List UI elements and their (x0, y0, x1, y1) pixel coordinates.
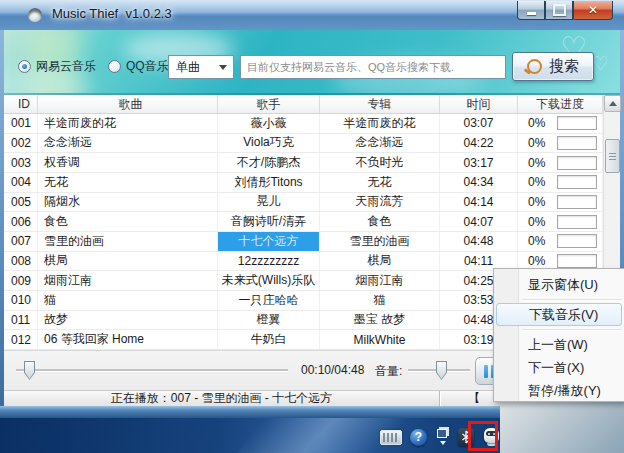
cell-time: 04:14 (440, 193, 518, 212)
cell-album: 半途而废的花 (320, 114, 440, 133)
help-icon[interactable]: ? (410, 429, 427, 446)
context-menu-item[interactable]: 下载音乐(V) (496, 303, 622, 326)
table-header-row: ID 歌曲 歌手 专辑 时间 下载进度 (4, 95, 603, 114)
cell-song: 权香调 (38, 153, 218, 172)
progress-percent: 0% (528, 175, 545, 189)
cell-song: 06 等我回家 Home (38, 330, 218, 349)
cell-progress: 0% (518, 232, 603, 251)
col-header-time[interactable]: 时间 (440, 95, 518, 113)
cell-song: 念念渐远 (38, 134, 218, 153)
context-menu-item[interactable]: 显示窗体(U) (496, 273, 622, 296)
cell-song: 食色 (38, 212, 218, 231)
progress-percent: 0% (528, 116, 545, 130)
heart-decor: ♡ (592, 52, 609, 75)
col-header-artist[interactable]: 歌手 (218, 95, 320, 113)
menu-item-label: 显示窗体(U) (528, 276, 598, 294)
progress-bar (557, 234, 597, 248)
seek-slider-thumb[interactable] (24, 361, 35, 380)
context-menu-item[interactable]: 下一首(X) (496, 356, 622, 379)
cell-album: 食色 (320, 212, 440, 231)
cell-id: 003 (4, 153, 38, 172)
col-header-id[interactable]: ID (4, 95, 38, 113)
progress-percent: 0% (528, 254, 545, 268)
radio-netease-music[interactable]: 网易云音乐 (18, 58, 96, 75)
close-icon: ✕ (588, 3, 598, 17)
cell-song: 猫 (38, 291, 218, 310)
cell-album: 天雨流芳 (320, 193, 440, 212)
volume-slider-thumb[interactable] (436, 361, 447, 380)
scroll-up-button[interactable] (604, 95, 621, 112)
cell-id: 008 (4, 252, 38, 271)
cell-progress: 0% (518, 212, 603, 231)
cell-artist: 不才/陈鹏杰 (218, 153, 320, 172)
cell-id: 002 (4, 134, 38, 153)
maximize-icon (553, 4, 566, 16)
progress-bar (557, 156, 597, 170)
cell-artist: 音阙诗听/清弄 (218, 212, 320, 231)
cell-id: 012 (4, 330, 38, 349)
search-icon (527, 59, 542, 74)
cell-id: 009 (4, 271, 38, 290)
context-menu-item[interactable]: 上一首(W) (496, 333, 622, 356)
context-menu-items: 显示窗体(U) 下载音乐(V) 上一首(W) 下一首(X) 暂停/播放(Y) (494, 273, 624, 402)
title-bar[interactable]: Music Thief v1.0.2.3 ✕ (0, 0, 624, 31)
radio-qq-music[interactable]: QQ音乐 (108, 58, 169, 75)
song-type-dropdown[interactable]: 单曲 (168, 55, 234, 79)
radio-selected-icon (18, 60, 31, 73)
cell-song: 雪里的油画 (38, 232, 218, 251)
close-button[interactable]: ✕ (573, 1, 613, 20)
cell-artist: 薇小薇 (218, 114, 320, 133)
table-row[interactable]: 006 食色 音阙诗听/清弄 食色 04:07 0% (4, 212, 603, 232)
col-header-progress[interactable]: 下载进度 (518, 95, 603, 113)
cell-artist: Viola巧克 (218, 134, 320, 153)
cell-song: 无花 (38, 173, 218, 192)
cell-time: 03:07 (440, 114, 518, 133)
radio-qq-label: QQ音乐 (126, 58, 169, 75)
keyboard-icon[interactable] (380, 430, 402, 445)
search-button-label: 搜索 (549, 57, 579, 76)
menu-item-label: 下载音乐(V) (529, 306, 598, 324)
arrow-up-icon (609, 101, 617, 106)
cell-time: 04:48 (440, 232, 518, 251)
cell-album: 雪里的油画 (320, 232, 440, 251)
table-row[interactable]: 003 权香调 不才/陈鹏杰 不负时光 03:17 0% (4, 153, 603, 173)
search-button[interactable]: 搜索 (512, 52, 594, 81)
cell-artist: 橙翼 (218, 311, 320, 330)
cell-progress: 0% (518, 114, 603, 133)
desktop-corner-area (500, 402, 624, 453)
cell-time: 03:17 (440, 153, 518, 172)
progress-bar (557, 215, 597, 229)
table-row[interactable]: 005 隔烟水 晃儿 天雨流芳 04:14 0% (4, 193, 603, 213)
table-row[interactable]: 002 念念渐远 Viola巧克 念念渐远 04:22 0% (4, 134, 603, 154)
red-highlight-annotation (468, 421, 498, 451)
table-row[interactable]: 007 雪里的油画 十七个远方 雪里的油画 04:48 0% (4, 232, 603, 252)
progress-percent: 0% (528, 215, 545, 229)
minimize-button[interactable] (517, 1, 545, 20)
cell-artist: 晃儿 (218, 193, 320, 212)
cell-album: 无花 (320, 173, 440, 192)
menu-item-label: 上一首(W) (528, 336, 588, 354)
cell-artist: 一只庄哈哈 (218, 291, 320, 310)
cell-song: 棋局 (38, 252, 218, 271)
search-input[interactable] (240, 55, 506, 79)
window-glyph (437, 429, 447, 438)
progress-bar (557, 116, 597, 130)
cell-song: 半途而废的花 (38, 114, 218, 133)
seek-slider-track[interactable] (16, 369, 288, 371)
table-row[interactable]: 004 无花 刘倩彤Titons 无花 04:34 0% (4, 173, 603, 193)
maximize-button[interactable] (545, 1, 573, 20)
scrollbar-thumb[interactable] (605, 139, 620, 173)
progress-bar (557, 254, 597, 268)
restore-window-icon[interactable] (435, 428, 450, 446)
cell-id: 001 (4, 114, 38, 133)
app-icon (28, 8, 42, 22)
table-row[interactable]: 001 半途而废的花 薇小薇 半途而废的花 03:07 0% (4, 114, 603, 134)
minimize-icon (527, 12, 536, 15)
context-menu-item[interactable]: 暂停/播放(Y) (496, 379, 622, 402)
progress-percent: 0% (528, 156, 545, 170)
cell-id: 011 (4, 311, 38, 330)
col-header-album[interactable]: 专辑 (320, 95, 440, 113)
cell-album: 烟雨江南 (320, 271, 440, 290)
col-header-song[interactable]: 歌曲 (38, 95, 218, 113)
song-type-value: 单曲 (176, 59, 200, 76)
